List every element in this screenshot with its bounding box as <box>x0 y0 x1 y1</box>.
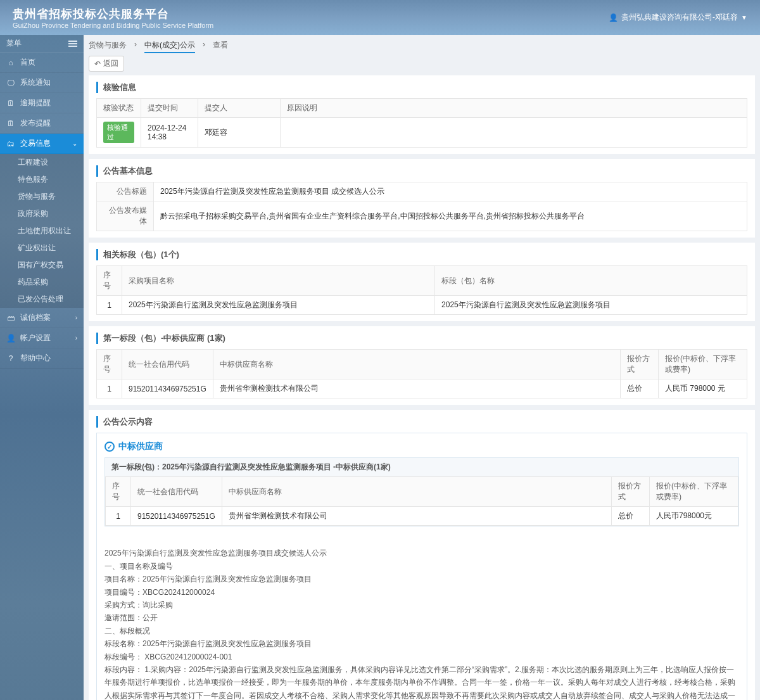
table-row: 1 91520114346975251G 贵州省华测检测技术有限公司 总价 人民… <box>97 379 747 398</box>
sub-item-drug[interactable]: 药品采购 <box>0 274 84 291</box>
label-title: 公告标题 <box>97 182 154 201</box>
table-row: 公告标题2025年污染源自行监测及突发性应急监测服务项目 成交候选人公示 <box>97 182 747 201</box>
winner-panel: 第一标段（包）-中标供应商 (1家) 序号 统一社会信用代码 中标供应商名称 报… <box>89 326 755 405</box>
hamburger-icon[interactable] <box>68 41 77 47</box>
breadcrumb-item[interactable]: 中标(成交)公示 <box>144 40 195 53</box>
sidebar-item-publish[interactable]: 🗓发布提醒 <box>0 113 84 134</box>
table-row: 12025年污染源自行监测及突发性应急监测服务项目2025年污染源自行监测及突发… <box>97 296 747 315</box>
monitor-icon: 🖵 <box>6 79 15 87</box>
sidebar-item-home[interactable]: ⌂首页 <box>0 53 84 73</box>
th-person: 提交人 <box>198 99 281 118</box>
sub-item-land[interactable]: 土地使用权出让 <box>0 222 84 239</box>
value-title: 2025年污染源自行监测及突发性应急监测服务项目 成交候选人公示 <box>154 182 747 201</box>
sidebar-label-publish: 发布提醒 <box>20 118 51 129</box>
verify-table: 核验状态 提交时间 提交人 原因说明 核验通过 2024-12-24 14:38… <box>96 98 747 148</box>
sidebar-label-help: 帮助中心 <box>20 353 51 364</box>
sidebar-item-notice[interactable]: 🖵系统通知 <box>0 73 84 93</box>
calendar-icon: 🗓 <box>6 119 15 128</box>
sidebar-label-notice: 系统通知 <box>20 77 51 88</box>
table-row: 1 91520114346975251G 贵州省华测检测技术有限公司 总价 人民… <box>106 507 738 526</box>
sub-item-published[interactable]: 已发公告处理 <box>0 291 84 308</box>
user-icon: 👤 <box>609 13 618 22</box>
sidebar-item-overdue[interactable]: 🗓逾期提醒 <box>0 93 84 113</box>
th-method: 报价方式 <box>621 350 659 379</box>
chevron-right-icon: › <box>75 314 77 321</box>
sub-item-goods[interactable]: 货物与服务 <box>0 188 84 205</box>
th-status: 核验状态 <box>97 99 141 118</box>
th-proj: 采购项目名称 <box>122 266 435 296</box>
user-menu[interactable]: 👤 贵州弘典建设咨询有限公司-邓廷容 ▼ <box>609 12 747 23</box>
user-icon: 👤 <box>6 334 15 343</box>
home-icon: ⌂ <box>6 58 15 67</box>
app-subtitle: GuiZhou Province Tendering and Bidding P… <box>13 22 213 29</box>
panel-title: 公告公示内容 <box>96 416 747 428</box>
sub-item-mining[interactable]: 矿业权出让 <box>0 239 84 257</box>
back-button[interactable]: ↶ 返回 <box>89 56 124 72</box>
table-row: 核验通过 2024-12-24 14:38 邓廷容 <box>97 118 747 148</box>
sub-item-property[interactable]: 国有产权交易 <box>0 257 84 274</box>
sub-item-construction[interactable]: 工程建设 <box>0 154 84 171</box>
breadcrumb-item[interactable]: 查看 <box>213 40 228 53</box>
panel-title: 第一标段（包）-中标供应商 (1家) <box>96 333 747 344</box>
chevron-down-icon: ⌄ <box>72 140 77 147</box>
sidebar-label-trade: 交易信息 <box>20 138 51 149</box>
sidebar-item-trade[interactable]: 🗂交易信息⌄ <box>0 134 84 154</box>
sidebar-label-overdue: 逾期提醒 <box>20 98 51 108</box>
cell-person: 邓廷容 <box>198 118 281 148</box>
verify-panel: 核验信息 核验状态 提交时间 提交人 原因说明 核验通过 2024-12-24 … <box>89 75 755 154</box>
th-time: 提交时间 <box>141 99 198 118</box>
sidebar-label-home: 首页 <box>20 57 35 68</box>
table-row: 公告发布媒体黔云招采电子招标采购交易平台,贵州省国有企业生产资料综合服务平台,中… <box>97 201 747 231</box>
th-code: 统一社会信用代码 <box>122 350 213 379</box>
sidebar-label-account: 帐户设置 <box>20 333 51 343</box>
calendar-icon: 🗓 <box>6 99 15 108</box>
sidebar: 菜单 ⌂首页 🖵系统通知 🗓逾期提醒 🗓发布提醒 🗂交易信息⌄ 工程建设 特色服… <box>0 35 84 700</box>
sub-item-special[interactable]: 特色服务 <box>0 171 84 188</box>
th-name: 中标供应商名称 <box>213 350 620 379</box>
caret-down-icon: ▼ <box>741 14 747 21</box>
sub-item-gov[interactable]: 政府采购 <box>0 205 84 222</box>
sidebar-trade-submenu: 工程建设 特色服务 货物与服务 政府采购 土地使用权出让 矿业权出让 国有产权交… <box>0 154 84 308</box>
badge-icon: ✓ <box>104 442 115 452</box>
back-label: 返回 <box>103 58 118 69</box>
th-reason: 原因说明 <box>281 99 747 118</box>
sub-panel-title: 第一标段(包)：2025年污染源自行监测及突发性应急监测服务项目 -中标供应商(… <box>105 458 738 476</box>
archive-icon: 🗃 <box>6 314 15 322</box>
panel-title: 公告基本信息 <box>96 165 747 177</box>
th-price: 报价(中标价、下浮率或费率) <box>659 350 747 379</box>
breadcrumb: 货物与服务› 中标(成交)公示› 查看 <box>89 40 755 53</box>
notice-body: 2025年污染源自行监测及突发性应急监测服务项目成交候选人公示 一、项目名称及编… <box>104 534 739 700</box>
app-title: 贵州省招标投标公共服务平台 <box>13 6 213 22</box>
th-no: 序号 <box>97 350 122 379</box>
panel-title: 核验信息 <box>96 82 747 93</box>
supplier-heading: ✓ 中标供应商 <box>104 441 739 452</box>
sidebar-label-integrity: 诚信档案 <box>20 312 51 323</box>
label-media: 公告发布媒体 <box>97 201 154 231</box>
main-content: 货物与服务› 中标(成交)公示› 查看 ↶ 返回 核验信息 核验状态 提交时间 … <box>84 35 760 700</box>
th-sec: 标段（包）名称 <box>435 266 747 296</box>
cell-time: 2024-12-24 14:38 <box>141 118 198 148</box>
th-no: 序号 <box>97 266 122 296</box>
sidebar-item-account[interactable]: 👤帐户设置› <box>0 328 84 348</box>
user-name: 贵州弘典建设咨询有限公司-邓廷容 <box>621 12 738 23</box>
menu-label: 菜单 <box>6 38 22 49</box>
app-header: 贵州省招标投标公共服务平台 GuiZhou Province Tendering… <box>0 0 760 35</box>
content-panel: 公告公示内容 ✓ 中标供应商 第一标段(包)：2025年污染源自行监测及突发性应… <box>89 410 755 700</box>
chevron-right-icon: › <box>75 334 77 341</box>
sidebar-item-help[interactable]: ?帮助中心 <box>0 348 84 369</box>
help-icon: ? <box>6 354 15 363</box>
value-media: 黔云招采电子招标采购交易平台,贵州省国有企业生产资料综合服务平台,中国招投标公共… <box>154 201 747 231</box>
basic-panel: 公告基本信息 公告标题2025年污染源自行监测及突发性应急监测服务项目 成交候选… <box>89 159 755 238</box>
status-badge: 核验通过 <box>103 122 134 143</box>
breadcrumb-item[interactable]: 货物与服务 <box>89 40 127 53</box>
sidebar-item-integrity[interactable]: 🗃诚信档案› <box>0 308 84 328</box>
card-icon: 🗂 <box>6 139 15 148</box>
related-panel: 相关标段（包）(1个) 序号采购项目名称标段（包）名称 12025年污染源自行监… <box>89 243 755 321</box>
panel-title: 相关标段（包）(1个) <box>96 249 747 260</box>
